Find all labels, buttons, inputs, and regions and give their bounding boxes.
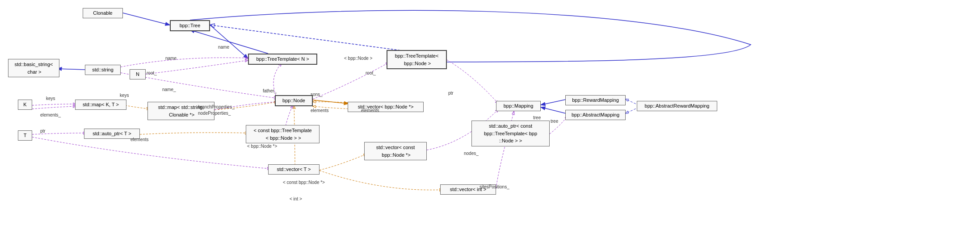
node-bpp-tree-template-n: bpp::TreeTemplate< N > [248,54,317,65]
node-clonable: Clonable [83,8,123,18]
edge-label-root2: root_ [366,71,376,75]
edge-label-int: < int > [290,196,302,201]
edge-label-elements3: elements [361,108,379,113]
edge-label-keys2: keys [120,93,129,98]
edge-label-bpp-node-template: < bpp::Node > [344,56,372,61]
svg-line-10 [190,30,268,54]
edge-label-elements2: elements [311,108,329,113]
edge-label-bpp-node-ptr: < bpp::Node *> [247,144,277,149]
edge-label-tree2: tree [551,119,558,124]
edge-label-sons: sons_ [311,92,323,97]
edge-label-tree1: tree [533,115,541,120]
edge-label-const-bpp-node: < const bpp::Node *> [283,180,325,185]
edge-label-name2: name [165,56,177,61]
svg-line-12 [541,99,568,105]
edge-label-branch-properties: branchProperties_nodeProperties_ [198,104,235,117]
node-bpp-node: bpp::Node [275,95,313,106]
node-std-vector-const-bpp-node: std::vector< const bpp::Node *> [364,142,427,160]
node-std-string: std::string [85,65,121,75]
node-std-auto-ptr-const-bpp-tree-template: std::auto_ptr< constbpp::TreeTemplate< b… [471,121,550,146]
svg-line-11 [210,25,418,53]
diagram-container: Clonable bpp::Tree std::string std::basi… [0,0,980,246]
svg-line-7 [123,13,170,25]
node-std-vector-t: std::vector< T > [268,164,320,175]
edge-label-ptr2: ptr [40,129,46,133]
node-bpp-abstract-reward-mapping: bpp::AbstractRewardMapping [637,101,717,111]
node-N: N [130,69,146,79]
node-std-basic-string: std::basic_string< char > [8,59,59,77]
node-std-vector-bpp-node-ptr: std::vector< bpp::Node *> [348,102,424,112]
node-bpp-tree-template-bpp-node: bpp::TreeTemplate< bpp::Node > [387,50,447,69]
node-K: K [18,100,32,110]
edge-label-root1: root_ [147,71,157,75]
node-T: T [18,130,32,141]
edge-label-name3: name_ [162,87,176,92]
svg-line-8 [210,25,248,58]
node-bpp-abstract-mapping: bpp::AbstractMapping [565,110,626,120]
node-const-bpp-tree-template: < const bpp::TreeTemplate < bpp::Node > … [246,125,320,143]
edge-label-ptr1: ptr [448,91,454,96]
node-bpp-mapping: bpp::Mapping [496,101,541,111]
node-bpp-tree: bpp::Tree [170,20,210,31]
edge-label-sites-positions: sitesPositions_ [479,184,509,189]
svg-line-9 [57,69,85,70]
edge-label-nodes: nodes_ [464,151,479,156]
svg-line-13 [541,107,568,114]
node-std-map-kt: std::map< K, T > [75,100,126,110]
node-bpp-reward-mapping: bpp::RewardMapping [565,95,626,105]
edge-label-father: father_ [263,88,277,93]
edge-label-elements1: elements_ [40,113,61,117]
edge-label-name1: name [218,45,229,50]
edge-label-keys1: keys [46,96,55,101]
edge-label-elements4: elements [130,137,149,142]
